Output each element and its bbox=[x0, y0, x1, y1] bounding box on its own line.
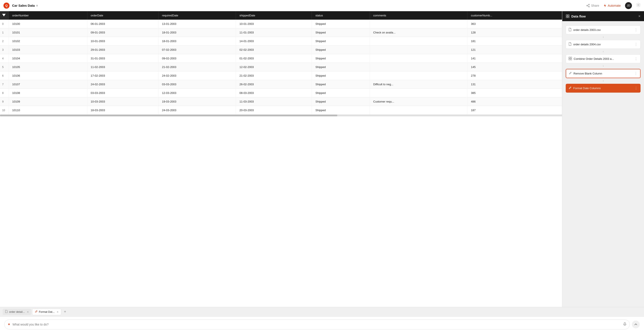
avatar[interactable]: JD bbox=[625, 2, 632, 9]
doc-icon bbox=[568, 42, 572, 47]
dataflow-icon bbox=[566, 14, 570, 18]
svg-point-2 bbox=[587, 5, 588, 6]
cell-orderDate: 31-01-2003 bbox=[87, 54, 158, 63]
cell-comments bbox=[370, 72, 467, 80]
cell-orderDate: 24-02-2003 bbox=[87, 80, 158, 89]
chevron-up-icon bbox=[634, 323, 637, 326]
col-header-comments[interactable]: comments bbox=[370, 11, 467, 20]
flow-item-order2003[interactable]: order details 2003.csv⋮ bbox=[566, 26, 640, 34]
gear-icon[interactable] bbox=[636, 3, 640, 8]
combine-icon bbox=[568, 57, 572, 61]
col-header-orderDate[interactable]: orderDate bbox=[87, 11, 158, 20]
cell-idx: 7 bbox=[0, 80, 9, 89]
cell-requiredDate: 07-02-2003 bbox=[158, 46, 236, 54]
table-row: 91010910-03-200319-03-200311-03-2003Ship… bbox=[0, 97, 562, 106]
flow-item-menu-combine[interactable]: ⋮ bbox=[634, 57, 638, 61]
cell-orderNumber: 10102 bbox=[9, 37, 87, 46]
svg-rect-14 bbox=[624, 322, 626, 324]
sort-triangle-icon bbox=[2, 14, 6, 17]
col-header-customerNumber[interactable]: customerNumb... bbox=[467, 11, 562, 20]
flow-item-combine[interactable]: Combine Order Details 2003 a...⋮ bbox=[566, 54, 640, 63]
col-header-shippedDate[interactable]: shippedDate bbox=[236, 11, 312, 20]
cell-orderNumber: 10109 bbox=[9, 97, 87, 106]
flow-item-label-format_date: Format Date Columns bbox=[573, 87, 632, 90]
flow-item-menu-order2003[interactable]: ⋮ bbox=[634, 28, 638, 32]
cell-orderDate: 06-01-2003 bbox=[87, 20, 158, 28]
svg-point-1 bbox=[588, 6, 590, 7]
cell-status: Shipped bbox=[312, 28, 370, 37]
cell-requiredDate: 13-01-2003 bbox=[158, 20, 236, 28]
bottom-tabs: order detail...×Format Dat...×+ bbox=[0, 307, 644, 316]
flow-item-remove_blank[interactable]: Remove Blank Column⋮ bbox=[566, 69, 640, 78]
cell-orderDate: 18-03-2003 bbox=[87, 106, 158, 115]
prompt-expand-button[interactable] bbox=[632, 320, 640, 328]
cell-orderNumber: 10100 bbox=[9, 20, 87, 28]
table-section[interactable]: orderNumber orderDate requiredDate shipp… bbox=[0, 11, 562, 307]
cell-idx: 5 bbox=[0, 63, 9, 72]
tab-tab2[interactable]: Format Dat...× bbox=[32, 309, 61, 315]
cell-orderDate: 03-03-2003 bbox=[87, 89, 158, 97]
cell-shippedDate: 01-02-2003 bbox=[236, 54, 312, 63]
cell-orderNumber: 10108 bbox=[9, 89, 87, 97]
cell-customerNumber: 128 bbox=[467, 28, 562, 37]
cell-requiredDate: 24-02-2003 bbox=[158, 72, 236, 80]
dataflow-close-button[interactable]: × bbox=[638, 14, 640, 18]
flow-item-menu-format_date[interactable]: ⋮ bbox=[634, 86, 638, 90]
flow-connector bbox=[566, 51, 640, 52]
cell-status: Shipped bbox=[312, 37, 370, 46]
tab-close-tab2[interactable]: × bbox=[57, 310, 58, 314]
svg-rect-12 bbox=[569, 59, 570, 60]
svg-rect-11 bbox=[570, 57, 572, 58]
cell-comments bbox=[370, 106, 467, 115]
cell-customerNumber: 385 bbox=[467, 89, 562, 97]
tab-close-tab1[interactable]: × bbox=[27, 310, 29, 314]
table-row: 11010109-01-200318-01-200311-01-2003Ship… bbox=[0, 28, 562, 37]
cell-status: Shipped bbox=[312, 46, 370, 54]
cell-status: Shipped bbox=[312, 54, 370, 63]
cell-orderNumber: 10110 bbox=[9, 106, 87, 115]
svg-rect-8 bbox=[566, 17, 568, 18]
edit-icon bbox=[569, 72, 572, 75]
flow-item-menu-remove_blank[interactable]: ⋮ bbox=[634, 72, 638, 76]
add-tab-button[interactable]: + bbox=[62, 309, 68, 315]
flow-item-menu-order2004[interactable]: ⋮ bbox=[634, 42, 638, 47]
prompt-bar: ✦ bbox=[0, 316, 644, 332]
doc-title[interactable]: Car Sales Data ∨ bbox=[12, 4, 38, 7]
col-header-status[interactable]: status bbox=[312, 11, 370, 20]
share-icon bbox=[586, 4, 590, 7]
cell-orderDate: 09-01-2003 bbox=[87, 28, 158, 37]
cell-status: Shipped bbox=[312, 89, 370, 97]
prompt-input[interactable] bbox=[12, 323, 621, 326]
cell-status: Shipped bbox=[312, 72, 370, 80]
prompt-input-wrapper: ✦ bbox=[4, 319, 630, 329]
cell-comments bbox=[370, 54, 467, 63]
mic-icon[interactable] bbox=[623, 322, 626, 326]
dataflow-header: Data flow × bbox=[562, 11, 644, 21]
cell-idx: 3 bbox=[0, 46, 9, 54]
header-actions: Share Automate JD bbox=[586, 2, 640, 9]
share-button[interactable]: Share bbox=[586, 4, 599, 7]
cell-comments bbox=[370, 63, 467, 72]
edit-icon bbox=[568, 86, 572, 90]
automate-button[interactable]: Automate bbox=[604, 4, 621, 7]
cell-customerNumber: 145 bbox=[467, 63, 562, 72]
cell-idx: 4 bbox=[0, 54, 9, 63]
cell-shippedDate: 11-03-2003 bbox=[236, 97, 312, 106]
flow-item-label-combine: Combine Order Details 2003 a... bbox=[574, 57, 632, 61]
data-table: orderNumber orderDate requiredDate shipp… bbox=[0, 11, 562, 115]
tab-tab1[interactable]: order detail...× bbox=[2, 309, 31, 315]
cell-shippedDate: 08-03-2003 bbox=[236, 89, 312, 97]
cell-comments bbox=[370, 20, 467, 28]
cell-shippedDate: 02-02-2003 bbox=[236, 46, 312, 54]
flow-item-format_date[interactable]: Format Date Columns⋮ bbox=[566, 84, 640, 93]
flow-item-order2004[interactable]: order details 2004.csv⋮ bbox=[566, 40, 640, 49]
cell-idx: 1 bbox=[0, 28, 9, 37]
col-header-orderNumber[interactable]: orderNumber bbox=[9, 11, 87, 20]
cell-orderNumber: 10105 bbox=[9, 63, 87, 72]
cell-idx: 2 bbox=[0, 37, 9, 46]
scrollbar-thumb[interactable] bbox=[0, 115, 337, 116]
cell-comments bbox=[370, 89, 467, 97]
horizontal-scrollbar[interactable] bbox=[0, 115, 562, 116]
col-header-requiredDate[interactable]: requiredDate bbox=[158, 11, 236, 20]
flow-connector bbox=[566, 65, 640, 67]
